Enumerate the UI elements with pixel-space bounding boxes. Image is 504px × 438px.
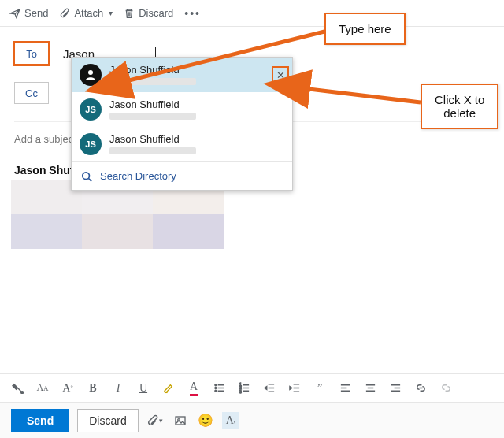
ellipsis-icon: ••• [184,7,201,20]
svg-point-5 [20,392,23,394]
svg-point-8 [214,390,216,392]
attach-command[interactable]: Attach ▾ [59,7,113,19]
discard-button[interactable]: Discard [77,409,138,432]
avatar [80,64,102,86]
align-center-icon[interactable] [362,380,378,397]
bottom-action-bar: Send Discard ▾ 🙂 A, [0,402,504,438]
suggestion-item[interactable]: JS Jason Shuffield [72,92,292,127]
search-directory-label: Search Directory [100,170,176,182]
svg-point-1 [83,172,90,179]
send-icon [9,8,20,19]
suggestion-detail [109,147,196,154]
contact-suggestions: Jason Shuffield ✕ JS Jason Shuffield JS … [71,57,293,191]
align-left-icon[interactable] [337,380,353,397]
avatar: JS [80,133,102,155]
suggestion-item[interactable]: JS Jason Shuffield [72,127,292,161]
svg-point-6 [214,384,216,386]
send-button[interactable]: Send [11,409,69,432]
search-icon [81,171,92,182]
to-button[interactable]: To [14,43,49,65]
insert-picture-button[interactable] [172,412,189,429]
send-label: Send [24,7,48,19]
bold-button[interactable]: B [85,380,101,397]
person-icon [84,69,97,81]
suggestion-item[interactable]: Jason Shuffield ✕ [72,58,292,92]
bulleted-list-icon[interactable] [211,380,227,397]
chevron-down-icon: ▾ [109,9,113,17]
italic-button[interactable]: I [110,380,126,397]
emoji-button[interactable]: 🙂 [197,412,214,429]
picture-icon [174,414,187,427]
underline-button[interactable]: U [135,380,151,397]
discard-label: Discard [139,7,173,19]
outdent-icon[interactable] [261,380,277,397]
highlight-icon[interactable] [161,380,176,397]
unlink-icon[interactable] [438,380,454,397]
discard-command[interactable]: Discard [124,7,173,19]
align-right-icon[interactable] [387,380,403,397]
smiley-icon: 🙂 [198,413,213,428]
font-family-icon[interactable]: AA [35,380,50,397]
callout-type-here: Type here [324,13,406,45]
paperclip-icon [146,414,159,427]
svg-text:3: 3 [239,390,241,394]
attach-button[interactable]: ▾ [146,412,164,429]
paperclip-icon [59,8,70,19]
numbered-list-icon[interactable]: 123 [236,380,252,397]
svg-point-7 [214,388,216,389]
attach-label: Attach [74,7,103,19]
top-toolbar: Send Attach ▾ Discard ••• [0,0,504,27]
trash-icon [124,8,135,19]
font-size-icon[interactable]: A° [60,380,76,397]
quote-button[interactable]: ” [312,380,328,397]
formatting-a-icon: A, [222,412,239,429]
toggle-format-button[interactable]: A, [222,412,239,429]
suggestion-detail [109,78,196,85]
cc-button[interactable]: Cc [14,82,49,104]
font-color-button[interactable]: A [186,380,202,397]
format-toolbar: AA A° B I U A 123 ” [0,373,504,402]
svg-point-0 [88,70,93,75]
suggestion-name: Jason Shuffield [109,65,196,76]
delete-suggestion-button[interactable]: ✕ [273,68,287,82]
suggestion-name: Jason Shuffield [109,134,196,146]
avatar: JS [80,98,102,121]
callout-click-x: Click X to delete [421,84,498,129]
more-command[interactable]: ••• [184,7,201,20]
send-command[interactable]: Send [9,7,48,19]
suggestion-detail [109,113,196,120]
svg-rect-12 [176,417,185,425]
link-icon[interactable] [413,380,428,397]
search-directory[interactable]: Search Directory [72,162,292,190]
close-icon: ✕ [276,69,285,81]
suggestion-name: Jason Shuffield [109,99,196,111]
indent-icon[interactable] [287,380,302,397]
format-paint-icon[interactable] [9,380,25,397]
